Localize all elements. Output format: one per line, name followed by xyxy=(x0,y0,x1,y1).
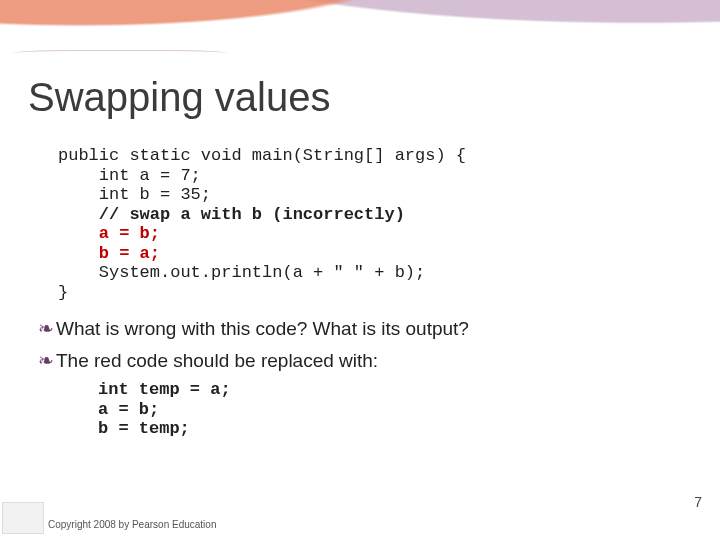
bullet-list: ❧What is wrong with this code? What is i… xyxy=(40,318,680,372)
copyright-text: Copyright 2008 by Pearson Education xyxy=(48,519,216,530)
page-number: 7 xyxy=(694,494,702,510)
code-line-highlight: a = b; xyxy=(58,224,680,244)
slide-body: public static void main(String[] args) {… xyxy=(58,146,680,439)
code-line: int a = 7; xyxy=(58,166,680,186)
code-block-fix: int temp = a;a = b;b = temp; xyxy=(98,380,680,439)
slide: Swapping values public static void main(… xyxy=(0,0,720,540)
bullet-text: What is wrong with this code? What is it… xyxy=(56,318,469,339)
code-line: } xyxy=(58,283,680,303)
code-line: public static void main(String[] args) { xyxy=(58,146,680,166)
decorative-ribbon xyxy=(12,50,228,57)
code-line: int b = 35; xyxy=(58,185,680,205)
code-line: a = b; xyxy=(98,400,680,420)
bullet-item: ❧The red code should be replaced with: xyxy=(40,350,680,372)
bullet-icon: ❧ xyxy=(38,350,56,372)
decorative-ribbon xyxy=(0,0,720,70)
code-line: System.out.println(a + " " + b); xyxy=(58,263,680,283)
code-comment: // swap a with b (incorrectly) xyxy=(58,205,680,225)
code-line-highlight: b = a; xyxy=(58,244,680,264)
decorative-ribbon xyxy=(0,0,720,62)
bullet-text: The red code should be replaced with: xyxy=(56,350,378,371)
code-line: b = temp; xyxy=(98,419,680,439)
bullet-icon: ❧ xyxy=(38,318,56,340)
page-title: Swapping values xyxy=(28,75,330,120)
thumbnail-placeholder xyxy=(2,502,44,534)
code-line: int temp = a; xyxy=(98,380,680,400)
bullet-item: ❧What is wrong with this code? What is i… xyxy=(40,318,680,340)
code-block-main: public static void main(String[] args) {… xyxy=(58,146,680,302)
